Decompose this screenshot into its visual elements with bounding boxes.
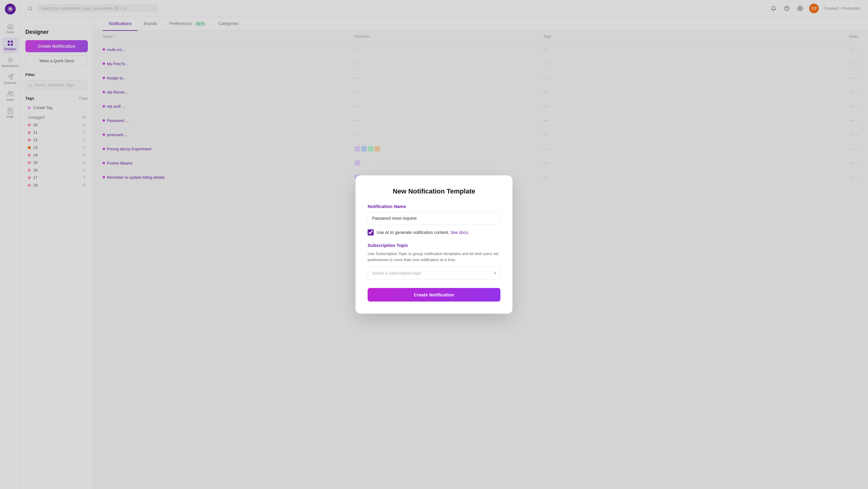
subscription-topic-select[interactable]: Select a subscription topic [368,267,500,279]
notification-name-input[interactable] [368,212,500,224]
modal-title: New Notification Template [368,187,500,195]
ai-docs-link[interactable]: See docs. [450,230,469,235]
create-notification-submit-button[interactable]: Create Notification [368,288,500,302]
subscription-topic-wrapper: Select a subscription topic ▾ [368,267,500,279]
ai-row: Use AI to generate notification content.… [368,230,500,236]
ai-label: Use AI to generate notification content.… [377,230,469,235]
subscription-topic-desc: Use Subscription Topic to group notifica… [368,251,500,263]
modal-overlay[interactable]: New Notification Template Notification N… [0,0,868,489]
ai-checkbox[interactable] [368,230,374,236]
modal: New Notification Template Notification N… [355,175,513,314]
subscription-topic-label: Subscription Topic [368,243,500,248]
notification-name-label: Notification Name [368,204,500,209]
